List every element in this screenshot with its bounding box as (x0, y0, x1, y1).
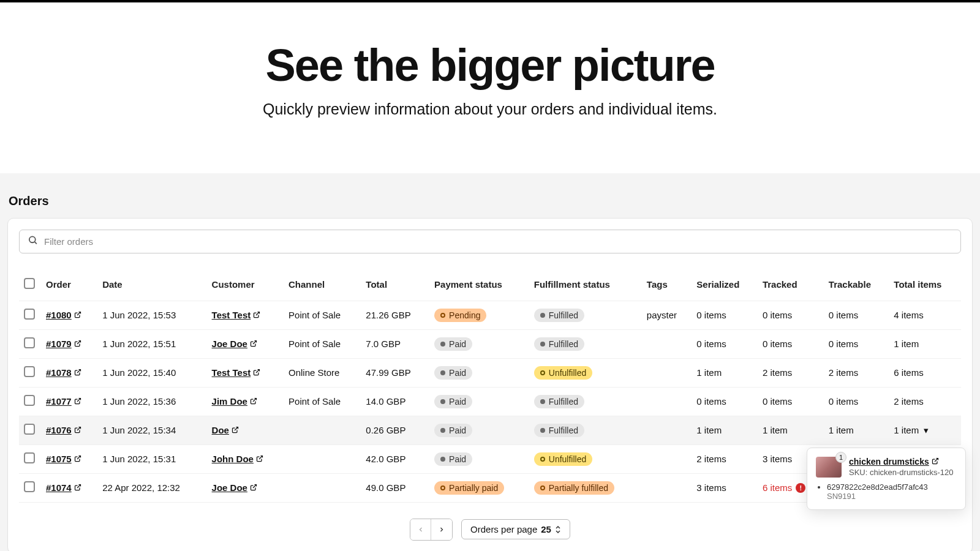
alert-icon: ! (796, 483, 805, 493)
svg-line-13 (259, 456, 263, 460)
table-row[interactable]: #1079 1 Jun 2022, 15:51Joe Doe Point of … (19, 329, 961, 358)
cell-date: 1 Jun 2022, 15:40 (97, 358, 206, 387)
cell-total: 47.99 GBP (361, 358, 429, 387)
status-badge: Fulfilled (534, 337, 584, 351)
order-link[interactable]: #1077 (46, 396, 81, 407)
external-link-icon (232, 425, 239, 435)
cell-tracked: 0 items (758, 329, 824, 358)
next-page-button[interactable] (431, 519, 452, 540)
cell-totalitems: 6 items (889, 358, 961, 387)
cell-total: 0.26 GBP (361, 416, 429, 444)
customer-link[interactable]: Jim Doe (212, 396, 257, 407)
external-link-icon (74, 454, 81, 464)
cell-date: 1 Jun 2022, 15:51 (97, 329, 206, 358)
item-thumbnail: 1 (816, 457, 842, 478)
select-all-checkbox[interactable] (24, 278, 35, 289)
status-badge: Fulfilled (534, 395, 584, 408)
cell-channel (284, 473, 361, 502)
cell-trackable: 2 items (824, 358, 889, 387)
caret-down-icon[interactable]: ▾ (924, 425, 929, 435)
per-page-select[interactable]: Orders per page 25 (461, 519, 570, 539)
pager (410, 519, 453, 541)
cell-serialized: 0 items (692, 387, 758, 416)
cell-tags: payster (642, 301, 692, 329)
cell-serialized: 2 items (692, 444, 758, 473)
customer-link[interactable]: Test Test (212, 367, 261, 378)
col-date[interactable]: Date (97, 272, 206, 301)
svg-line-6 (77, 370, 81, 373)
status-badge: Fulfilled (534, 309, 584, 322)
svg-line-11 (235, 427, 238, 431)
status-badge: Unfulfilled (534, 452, 592, 466)
row-checkbox[interactable] (24, 309, 35, 320)
cell-tags (642, 473, 692, 502)
col-customer[interactable]: Customer (207, 272, 284, 301)
cell-totalitems: 2 items (889, 387, 961, 416)
svg-line-9 (253, 399, 257, 402)
col-total[interactable]: Total (361, 272, 429, 301)
customer-link[interactable]: Test Test (212, 310, 261, 320)
cell-total: 49.0 GBP (361, 473, 429, 502)
col-serialized[interactable]: Serialized (692, 272, 758, 301)
per-page-label: Orders per page (470, 524, 537, 534)
cell-channel (284, 416, 361, 444)
status-badge: Pending (434, 309, 486, 322)
row-checkbox[interactable] (24, 337, 35, 348)
section-title: Orders (7, 194, 973, 208)
status-badge: Paid (434, 395, 472, 408)
order-link[interactable]: #1078 (46, 367, 81, 378)
item-title-link[interactable]: chicken drumsticks (849, 457, 939, 467)
cell-totalitems: 1 item ▾ (889, 416, 961, 444)
external-link-icon (250, 396, 257, 407)
status-badge: Partially paid (434, 481, 504, 495)
col-tags[interactable]: Tags (642, 272, 692, 301)
table-row[interactable]: #1080 1 Jun 2022, 15:53Test Test Point o… (19, 301, 961, 329)
external-link-icon (253, 367, 260, 378)
col-payment[interactable]: Payment status (429, 272, 529, 301)
order-link[interactable]: #1079 (46, 339, 81, 349)
prev-page-button[interactable] (410, 519, 431, 540)
col-trackable[interactable]: Trackable (824, 272, 889, 301)
svg-line-2 (77, 312, 81, 316)
table-row[interactable]: #1077 1 Jun 2022, 15:36Jim Doe Point of … (19, 387, 961, 416)
cell-tags (642, 444, 692, 473)
cell-serialized: 3 items (692, 473, 758, 502)
customer-link[interactable]: Doe (212, 425, 239, 435)
select-caret-icon (555, 526, 561, 533)
row-checkbox[interactable] (24, 452, 35, 463)
row-checkbox[interactable] (24, 366, 35, 377)
row-checkbox[interactable] (24, 424, 35, 435)
customer-link[interactable]: Joe Doe (212, 339, 257, 349)
order-link[interactable]: #1075 (46, 454, 81, 464)
cell-channel: Point of Sale (284, 301, 361, 329)
order-link[interactable]: #1076 (46, 425, 81, 435)
external-link-icon (74, 425, 81, 435)
external-link-icon (74, 339, 81, 349)
status-badge: Partially fulfilled (534, 481, 614, 495)
status-badge: Unfulfilled (534, 366, 592, 380)
col-fulfillment[interactable]: Fulfillment status (529, 272, 642, 301)
table-row[interactable]: #1076 1 Jun 2022, 15:34Doe 0.26 GBPPaidF… (19, 416, 961, 444)
col-channel[interactable]: Channel (284, 272, 361, 301)
search-input[interactable] (19, 230, 961, 253)
order-link[interactable]: #1080 (46, 310, 81, 320)
tracked-alert: 6 items ! (763, 482, 805, 493)
order-link[interactable]: #1074 (46, 482, 81, 493)
cell-totalitems: 4 items (889, 301, 961, 329)
external-link-icon (74, 310, 81, 320)
cell-date: 1 Jun 2022, 15:53 (97, 301, 206, 329)
cell-serialized: 1 item (692, 358, 758, 387)
col-order[interactable]: Order (41, 272, 97, 301)
external-link-icon (256, 454, 263, 464)
table-row[interactable]: #1078 1 Jun 2022, 15:40Test Test Online … (19, 358, 961, 387)
row-checkbox[interactable] (24, 395, 35, 406)
item-preview-popover: 1 chicken drumsticks SKU: chicken-drumst… (807, 448, 966, 510)
cell-total: 21.26 GBP (361, 301, 429, 329)
customer-link[interactable]: Joe Doe (212, 482, 257, 493)
row-checkbox[interactable] (24, 481, 35, 492)
svg-line-10 (77, 427, 81, 431)
col-tracked[interactable]: Tracked (758, 272, 824, 301)
cell-channel: Point of Sale (284, 329, 361, 358)
customer-link[interactable]: John Doe (212, 454, 263, 464)
col-totalitems[interactable]: Total items (889, 272, 961, 301)
